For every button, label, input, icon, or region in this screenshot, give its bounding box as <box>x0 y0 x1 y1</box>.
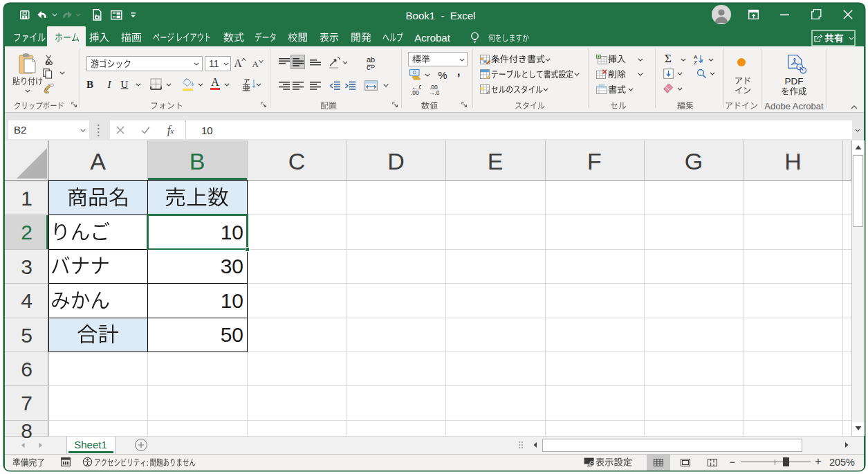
svg-text:.00: .00 <box>411 89 419 95</box>
svg-text:Z: Z <box>694 60 697 64</box>
svg-text:→.0: →.0 <box>429 89 439 95</box>
